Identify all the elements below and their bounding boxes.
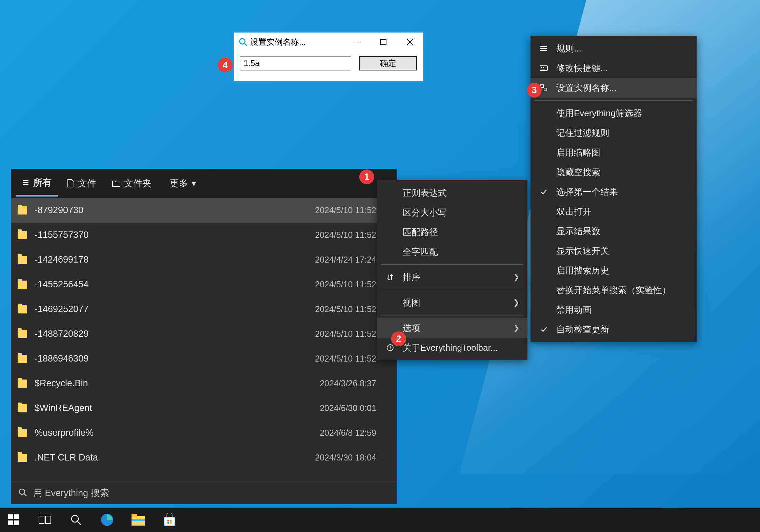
svg-line-10 bbox=[24, 494, 26, 496]
result-list: -8792907302024/5/10 11:52-11557573702024… bbox=[11, 198, 397, 481]
search-bar[interactable]: 用 Everything 搜索 bbox=[11, 481, 397, 504]
ok-button[interactable]: 确定 bbox=[359, 56, 417, 70]
svg-rect-3 bbox=[381, 39, 386, 45]
menu-item[interactable]: 记住过滤规则 bbox=[531, 123, 697, 143]
row-name: %userprofile% bbox=[35, 428, 320, 438]
menu-item[interactable]: 全字匹配 bbox=[377, 242, 527, 262]
result-row[interactable]: -14692520772024/5/10 11:52 bbox=[11, 297, 397, 322]
start-button[interactable] bbox=[3, 509, 24, 531]
menu-item[interactable]: 规则... bbox=[531, 39, 697, 58]
maximize-button[interactable] bbox=[370, 33, 397, 52]
row-name: -1424699178 bbox=[35, 254, 315, 265]
result-row[interactable]: -14246991782024/4/24 17:24 bbox=[11, 247, 397, 272]
folder-icon bbox=[18, 380, 27, 388]
instance-name-input[interactable] bbox=[240, 56, 351, 70]
menu-item[interactable]: 区分大小写 bbox=[377, 203, 527, 222]
file-explorer-button[interactable] bbox=[127, 509, 149, 531]
tab-所有[interactable]: 所有 bbox=[16, 170, 58, 197]
microsoft-store-button[interactable] bbox=[159, 509, 180, 531]
result-row[interactable]: $Recycle.Bin2024/3/26 8:37 bbox=[11, 371, 397, 396]
svg-rect-19 bbox=[540, 50, 541, 51]
menu-item-label: 排序 bbox=[403, 271, 420, 283]
menu-item[interactable]: 自动检查更新 bbox=[531, 320, 697, 339]
rules-icon bbox=[538, 45, 549, 52]
menu-item[interactable]: 启用缩略图 bbox=[531, 143, 697, 162]
svg-rect-17 bbox=[540, 46, 541, 47]
set-instance-name-dialog: 设置实例名称... 确定 bbox=[233, 31, 424, 83]
row-name: -1455256454 bbox=[35, 279, 315, 290]
menu-item[interactable]: 隐藏空搜索 bbox=[531, 162, 697, 182]
menu-item-label: 正则表达式 bbox=[403, 187, 447, 199]
tab-label: 所有 bbox=[33, 177, 52, 189]
svg-point-34 bbox=[72, 515, 78, 522]
result-row[interactable]: -14887208292024/5/10 11:52 bbox=[11, 322, 397, 346]
dialog-titlebar[interactable]: 设置实例名称... bbox=[234, 33, 423, 52]
menu-item[interactable]: 匹配路径 bbox=[377, 222, 527, 242]
menu-item[interactable]: 替换开始菜单搜索（实验性） bbox=[531, 280, 697, 300]
menu-item-label: 区分大小写 bbox=[403, 207, 447, 219]
row-name: $Recycle.Bin bbox=[35, 378, 320, 389]
search-icon bbox=[239, 38, 247, 46]
menu-item-label: 记住过滤规则 bbox=[556, 127, 609, 139]
menu-item-label: 关于EverythingToolbar... bbox=[403, 342, 498, 354]
menu-item[interactable]: 正则表达式 bbox=[377, 183, 527, 203]
svg-rect-43 bbox=[167, 522, 169, 524]
menu-item-label: 使用Everything筛选器 bbox=[556, 107, 642, 119]
menu-separator bbox=[381, 290, 523, 290]
row-name: -1155757370 bbox=[35, 230, 315, 240]
menu-item[interactable]: 设置实例名称... bbox=[531, 78, 697, 98]
svg-rect-44 bbox=[170, 522, 172, 524]
results-panel: 所有文件文件夹 更多 ▾ ⋯ -8792907302024/5/10 11:52… bbox=[11, 169, 397, 504]
svg-line-1 bbox=[244, 43, 247, 46]
check-icon bbox=[538, 188, 549, 195]
tab-文件[interactable]: 文件 bbox=[61, 170, 102, 197]
result-row[interactable]: -8792907302024/5/10 11:52 bbox=[11, 198, 397, 223]
folder-outline-icon bbox=[112, 180, 121, 187]
menu-item[interactable]: 启用搜索历史 bbox=[531, 261, 697, 280]
folder-icon bbox=[18, 454, 27, 462]
result-row[interactable]: -14552564542024/5/10 11:52 bbox=[11, 272, 397, 297]
svg-rect-41 bbox=[167, 520, 169, 521]
chevron-down-icon: ▾ bbox=[192, 178, 196, 189]
menu-item[interactable]: 视图❯ bbox=[377, 293, 527, 312]
menu-item[interactable]: 选择第一个结果 bbox=[531, 182, 697, 202]
menu-item-label: 启用搜索历史 bbox=[556, 265, 609, 277]
menu-item-label: 双击打开 bbox=[556, 206, 592, 218]
more-dropdown[interactable]: 更多 ▾ bbox=[164, 171, 202, 196]
menu-item-label: 匹配路径 bbox=[403, 226, 438, 238]
search-button[interactable] bbox=[65, 509, 87, 531]
task-view-button[interactable] bbox=[34, 509, 56, 531]
menu-item[interactable]: 双击打开 bbox=[531, 202, 697, 221]
taskbar bbox=[0, 508, 760, 532]
menu-item-label: 显示快速开关 bbox=[556, 245, 609, 257]
svg-rect-31 bbox=[39, 516, 44, 524]
chevron-right-icon: ❯ bbox=[513, 298, 519, 307]
svg-rect-32 bbox=[45, 516, 51, 524]
result-row[interactable]: -11557573702024/5/10 11:52 bbox=[11, 223, 397, 247]
search-icon bbox=[18, 488, 27, 498]
menu-item[interactable]: 显示结果数 bbox=[531, 221, 697, 241]
tab-文件夹[interactable]: 文件夹 bbox=[106, 170, 158, 197]
edge-browser-button[interactable] bbox=[96, 509, 118, 531]
minimize-button[interactable] bbox=[344, 33, 370, 52]
result-row[interactable]: $WinREAgent2024/6/30 0:01 bbox=[11, 396, 397, 421]
svg-rect-26 bbox=[544, 88, 547, 91]
menu-item-label: 视图 bbox=[403, 297, 420, 309]
menu-separator bbox=[535, 100, 693, 101]
menu-item[interactable]: 显示快速开关 bbox=[531, 241, 697, 261]
result-row[interactable]: -18869463092024/5/10 11:52 bbox=[11, 346, 397, 371]
row-date: 2024/6/8 12:59 bbox=[320, 428, 390, 438]
menu-item-label: 隐藏空搜索 bbox=[556, 166, 600, 178]
svg-rect-20 bbox=[540, 66, 547, 70]
svg-rect-42 bbox=[170, 520, 172, 521]
close-button[interactable] bbox=[397, 33, 423, 52]
svg-rect-39 bbox=[132, 519, 145, 521]
result-row[interactable]: %userprofile%2024/6/8 12:59 bbox=[11, 421, 397, 445]
folder-icon bbox=[18, 206, 27, 214]
menu-item[interactable]: 使用Everything筛选器 bbox=[531, 103, 697, 123]
menu-item-label: 修改快捷键... bbox=[556, 62, 608, 74]
result-row[interactable]: .NET CLR Data2024/3/30 18:04 bbox=[11, 445, 397, 470]
menu-item[interactable]: 禁用动画 bbox=[531, 300, 697, 320]
menu-item[interactable]: 修改快捷键... bbox=[531, 58, 697, 78]
menu-item[interactable]: 排序❯ bbox=[377, 267, 527, 287]
